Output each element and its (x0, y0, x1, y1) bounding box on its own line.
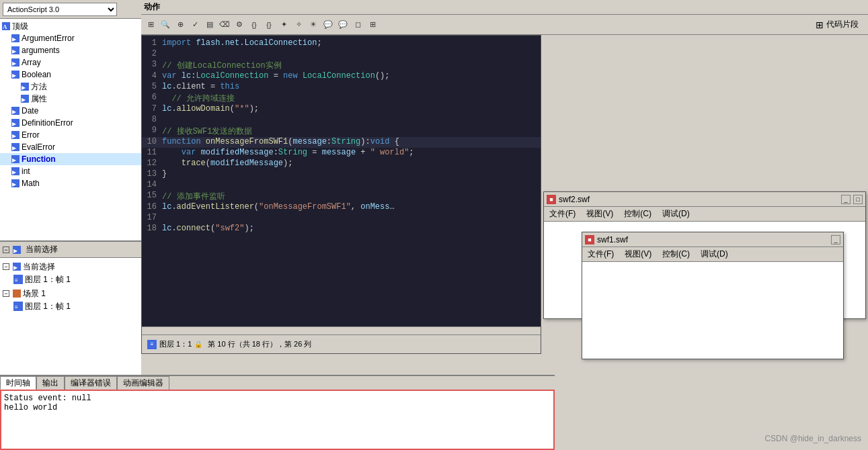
line-num-14: 14 (142, 180, 162, 191)
timeline-layer-label-scene1: 图层 1：帧 1 (25, 301, 71, 312)
swf1-titlebar[interactable]: ■ swf1.swf _ (582, 232, 843, 247)
line-content-13: } (162, 169, 167, 180)
code-line-18: 18 lc.connect("swf2"); (142, 224, 541, 234)
swf2-menu-control[interactable]: 控制(C) (621, 207, 654, 221)
swf2-menu-file[interactable]: 文件(F) (547, 207, 578, 221)
tree-item-int[interactable]: ▶ int (0, 165, 141, 177)
swf1-menu-control[interactable]: 控制(C) (660, 247, 693, 261)
toolbar-btn-delete[interactable]: ⌫ (218, 18, 231, 32)
timeline-tree: − ▶ 当前选择 ≡ 图层 1：帧 1 (0, 258, 141, 383)
code-area[interactable]: 1 import flash.net.LocalConnection; 2 3 … (142, 36, 541, 334)
toolbar-btn-star1[interactable]: ✦ (277, 18, 290, 32)
line-content-10: function onMessageFromSWF1(message:Strin… (162, 137, 399, 148)
timeline-group-header-current[interactable]: − ▶ 当前选择 (0, 260, 141, 273)
tab-animation-editor[interactable]: 动画编辑器 (117, 376, 169, 390)
tree-item-label-error: Error (22, 130, 40, 140)
tab-compiler-errors[interactable]: 编译器错误 (65, 376, 117, 390)
code-editor: 1 import flash.net.LocalConnection; 2 3 … (141, 35, 541, 354)
code-line-3: 3 // 创建LocalConnection实例 (142, 60, 541, 71)
tree-item-definitionerror[interactable]: ▶ DefinitionError (0, 117, 141, 129)
timeline-item-layer1-frame1[interactable]: ≡ 图层 1：帧 1 (0, 273, 141, 285)
toolbar-btn-sun[interactable]: ☀ (307, 18, 320, 32)
expand-icon[interactable]: − (3, 246, 9, 253)
svg-text:▶: ▶ (12, 36, 17, 42)
tree-arrow-icon-error: ▶ (11, 130, 20, 140)
svg-text:▶: ▶ (12, 133, 17, 139)
line-num-7: 7 (142, 104, 162, 115)
tree-item-array[interactable]: ▶ Array (0, 56, 141, 69)
toolbar-btn-debug[interactable]: ⚙ (233, 18, 246, 32)
lock-icon: 🔒 (194, 341, 202, 348)
code-line-5: 5 lc.client = this (142, 82, 541, 93)
tree-item-evalerror[interactable]: ▶ EvalError (0, 141, 141, 153)
toolbar-btn-comment2[interactable]: 💬 (336, 18, 350, 32)
tab-output[interactable]: 输出 (36, 376, 65, 390)
toolbar-btn-pin[interactable]: ⊞ (144, 18, 157, 32)
toolbar-btn-comment1[interactable]: 💬 (321, 18, 335, 32)
group-expand-icon-current[interactable]: − (3, 263, 9, 270)
swf1-content (582, 262, 843, 359)
timeline-item-scene1-layer1[interactable]: ≡ 图层 1：帧 1 (0, 300, 141, 312)
swf2-minimize-btn[interactable]: _ (841, 195, 851, 204)
timeline-group-label-scene1: 场景 1 (23, 288, 46, 300)
tree-item-math[interactable]: ▶ Math (0, 177, 141, 189)
tree-item-arguments[interactable]: ▶ arguments (0, 44, 141, 56)
swf2-titlebar[interactable]: ■ swf2.swf _ □ (544, 192, 865, 207)
tree-item-label-int: int (22, 167, 30, 176)
tree-item-boolean[interactable]: ▶ Boolean (0, 69, 141, 81)
svg-text:▶: ▶ (12, 181, 17, 187)
tree-item-error[interactable]: ▶ Error (0, 129, 141, 141)
tree-item-label-definitionerror: DefinitionError (22, 118, 73, 128)
code-snippet-label[interactable]: 代码片段 (826, 19, 859, 30)
tree-item-function[interactable]: ▶ Function (0, 153, 141, 165)
tree-item-label-math: Math (22, 179, 40, 188)
toolbar-btn-grid[interactable]: ⊞ (366, 18, 379, 32)
swf2-maximize-btn[interactable]: □ (853, 195, 863, 204)
line-num-6: 6 (142, 93, 162, 104)
timeline-header-label: 当前选择 (26, 244, 58, 255)
tree-item-argumenterror[interactable]: ▶ ArgumentError (0, 32, 141, 44)
swf1-menu-debug[interactable]: 调试(D) (698, 247, 731, 261)
svg-text:▶: ▶ (12, 145, 17, 151)
toolbar-btn-add[interactable]: ⊕ (173, 18, 187, 32)
line-content-14 (162, 180, 167, 191)
group-expand-icon-scene1[interactable]: − (3, 290, 9, 297)
tree-item-property[interactable]: ▶ 属性 (0, 93, 141, 105)
line-num-2: 2 (142, 49, 162, 60)
code-line-4: 4 var lc:LocalConnection = new LocalConn… (142, 71, 541, 82)
toolbar-btn-square[interactable]: ◻ (351, 18, 364, 32)
swf2-menu-debug[interactable]: 调试(D) (660, 207, 693, 221)
tree-arrow-icon: ▶ (11, 34, 20, 43)
actionscript-version-select[interactable]: ActionScript 3.0 (3, 3, 117, 16)
tree-root-item[interactable]: A 顶级 (0, 20, 141, 32)
swf2-menu-view[interactable]: 视图(V) (584, 207, 616, 221)
swf1-menu-file[interactable]: 文件(F) (585, 247, 617, 261)
tree-arrow-icon-definitionerror: ▶ (11, 118, 20, 128)
toolbar-btn-step1[interactable]: {} (247, 18, 261, 32)
toolbar-btn-search[interactable]: 🔍 (159, 18, 172, 32)
bottom-tabs: 时间轴 输出 编译器错误 动画编辑器 (0, 375, 555, 390)
line-content-4: var lc:LocalConnection = new LocalConnec… (162, 71, 390, 82)
tree-item-date[interactable]: ▶ Date (0, 105, 141, 117)
timeline-layer-label-current: 图层 1：帧 1 (25, 274, 71, 285)
timeline-group-header-scene1[interactable]: − 场景 1 (0, 287, 141, 300)
action-bar-title: 动作 (144, 1, 160, 13)
toolbar-btn-star2[interactable]: ✧ (292, 18, 305, 32)
layer-small-icon: ≡ (147, 340, 157, 349)
tree-item-method[interactable]: ▶ 方法 (0, 81, 141, 93)
toolbar-btn-check[interactable]: ✓ (188, 18, 202, 32)
swf1-menu-view[interactable]: 视图(V) (622, 247, 654, 261)
code-line-9: 9 // 接收SWF1发送的数据 (142, 126, 541, 137)
layer-badge: ≡ 图层 1：1 🔒 (147, 339, 202, 349)
toolbar-btn-step2[interactable]: {} (262, 18, 276, 32)
code-h-scrollbar[interactable] (142, 326, 541, 334)
line-content-2 (162, 49, 167, 60)
line-content-15: // 添加事件监听 (162, 191, 225, 202)
line-content-8 (162, 115, 167, 126)
svg-text:▶: ▶ (22, 85, 26, 91)
toolbar: ⊞ 🔍 ⊕ ✓ ▤ ⌫ ⚙ {} {} ✦ ✧ ☀ 💬 💬 ◻ ⊞ ⊞ 代码片段 (141, 15, 868, 35)
swf1-minimize-btn[interactable]: _ (831, 235, 840, 244)
line-content-18: lc.connect("swf2"); (162, 224, 254, 234)
tab-timeline[interactable]: 时间轴 (0, 376, 36, 390)
toolbar-btn-format[interactable]: ▤ (203, 18, 216, 32)
